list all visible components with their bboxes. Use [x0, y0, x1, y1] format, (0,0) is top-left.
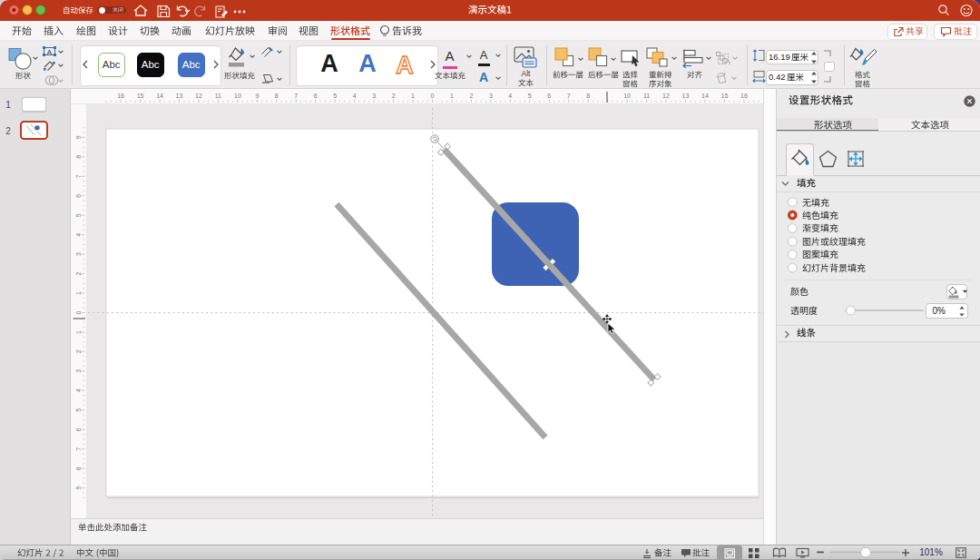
- svg-text:6: 6: [75, 427, 82, 431]
- svg-text:6: 6: [314, 93, 318, 99]
- svg-text:7: 7: [567, 93, 571, 99]
- svg-text:4: 4: [508, 93, 512, 99]
- svg-text:1: 1: [75, 330, 82, 334]
- svg-text:4: 4: [75, 233, 82, 237]
- svg-text:15: 15: [137, 93, 144, 99]
- svg-text:2: 2: [75, 272, 82, 276]
- svg-text:11: 11: [643, 93, 650, 99]
- svg-text:13: 13: [682, 93, 690, 99]
- svg-text:14: 14: [701, 93, 709, 99]
- svg-text:8: 8: [586, 93, 590, 99]
- svg-text:14: 14: [156, 93, 163, 99]
- svg-text:8: 8: [275, 93, 279, 99]
- svg-text:2: 2: [392, 93, 396, 99]
- svg-text:16: 16: [117, 93, 124, 99]
- svg-text:7: 7: [75, 174, 82, 178]
- svg-text:3: 3: [489, 93, 493, 99]
- svg-text:0: 0: [75, 310, 82, 314]
- svg-text:1: 1: [450, 93, 454, 99]
- svg-text:A: A: [47, 48, 53, 56]
- svg-text:7: 7: [294, 93, 298, 99]
- svg-text:10: 10: [623, 93, 631, 99]
- svg-text:1: 1: [75, 291, 82, 295]
- svg-text:6: 6: [547, 93, 551, 99]
- svg-text:11: 11: [215, 93, 221, 99]
- svg-text:6: 6: [75, 194, 82, 198]
- svg-text:5: 5: [75, 213, 82, 217]
- svg-text:5: 5: [333, 93, 337, 99]
- svg-text:9: 9: [75, 486, 82, 490]
- svg-text:3: 3: [372, 93, 376, 99]
- svg-text:2: 2: [75, 349, 82, 353]
- svg-text:4: 4: [75, 388, 82, 392]
- svg-text:5: 5: [528, 93, 532, 99]
- svg-text:12: 12: [195, 93, 202, 99]
- svg-text:12: 12: [662, 93, 670, 99]
- svg-text:15: 15: [721, 93, 729, 99]
- svg-text:9: 9: [75, 135, 82, 139]
- svg-text:5: 5: [75, 408, 82, 412]
- svg-text:13: 13: [176, 93, 183, 99]
- svg-text:7: 7: [75, 447, 82, 451]
- svg-text:4: 4: [353, 93, 357, 99]
- svg-text:0: 0: [431, 93, 435, 99]
- svg-text:3: 3: [75, 252, 82, 256]
- svg-text:9: 9: [255, 93, 259, 99]
- svg-text:1: 1: [411, 93, 415, 99]
- svg-text:8: 8: [75, 155, 82, 159]
- svg-text:2: 2: [469, 93, 473, 99]
- svg-text:16: 16: [740, 93, 748, 99]
- svg-text:10: 10: [234, 93, 241, 99]
- svg-text:8: 8: [75, 467, 82, 470]
- svg-text:3: 3: [75, 369, 82, 373]
